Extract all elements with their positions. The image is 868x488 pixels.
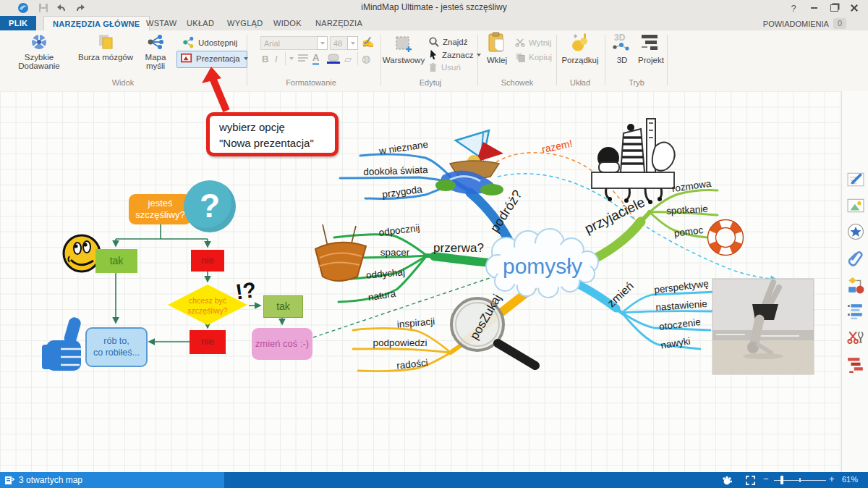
tutorial-callout[interactable]: wybierz opcję "Nowa prezentacja" xyxy=(206,112,339,156)
open-maps-segment[interactable]: 3 otwartych map xyxy=(0,472,224,488)
animals-on-bench-image[interactable] xyxy=(592,119,675,204)
image-icon[interactable] xyxy=(847,197,864,214)
flow-node-tak-2[interactable]: tak xyxy=(263,295,303,318)
font-family-caret[interactable] xyxy=(317,36,328,50)
tab-narzedzia-glowne[interactable]: NARZĘDZIA GŁÓWNE xyxy=(43,16,150,31)
restore-button[interactable] xyxy=(826,1,842,14)
open-maps-label: 3 otwartych map xyxy=(19,475,82,485)
shape-fill-icon xyxy=(327,54,340,62)
flow-node-q1[interactable]: jesteśszczęśliwy? xyxy=(129,194,192,224)
project-button[interactable]: Projekt xyxy=(637,32,665,64)
flow-node-rob-to[interactable]: rób to,co robiłeś... xyxy=(85,327,148,367)
font-size-caret[interactable] xyxy=(347,36,358,50)
central-topic-label[interactable]: pomysły xyxy=(503,254,582,279)
brainstorm-button[interactable]: Burza mózgów xyxy=(77,33,135,62)
star-icon[interactable] xyxy=(847,223,864,240)
tab-uklad[interactable]: UKŁAD xyxy=(178,16,223,30)
flow-node-q2-label[interactable]: chcesz byćszczęśliwy? xyxy=(169,294,246,317)
close-button[interactable] xyxy=(846,1,862,14)
select-button[interactable]: Zaznacz xyxy=(428,49,481,60)
aperture-icon xyxy=(30,33,48,51)
flow-node-nie-2[interactable]: nie xyxy=(190,330,226,354)
delete-button[interactable]: Usuń xyxy=(428,62,461,72)
group-label-formatowanie: Formatowanie xyxy=(275,78,347,87)
ribbon-tabs: PLIK NARZĘDZIA GŁÓWNE WSTAW UKŁAD WYGLĄD… xyxy=(0,16,868,30)
group-separator xyxy=(477,35,478,85)
paste-button[interactable]: Wklej xyxy=(482,32,512,64)
zoom-slider-midtick xyxy=(799,478,801,482)
minimize-button[interactable] xyxy=(806,1,822,14)
presentation-icon xyxy=(181,53,192,64)
paperclip-icon[interactable] xyxy=(847,249,864,266)
task-bars-icon[interactable] xyxy=(847,356,864,374)
flow-node-tak-1[interactable]: tak xyxy=(95,249,137,273)
copy-button[interactable]: Kopiuj xyxy=(515,52,552,62)
tab-narzedzia[interactable]: NARZĘDZIA xyxy=(307,16,371,30)
flowchart-connectors xyxy=(116,224,282,342)
arrange-button[interactable]: Porządkuj xyxy=(558,32,602,64)
smiley-image[interactable] xyxy=(64,235,100,272)
notifications[interactable]: POWIADOMIENIA 0 xyxy=(763,18,846,29)
mindmap-view-button[interactable]: Mapa myśli xyxy=(135,33,176,70)
zoom-in-button[interactable]: + xyxy=(829,474,835,484)
cut-button[interactable]: Wytnij xyxy=(515,38,551,47)
scissors-icon xyxy=(515,38,525,47)
highlight-button[interactable]: ▱ xyxy=(344,54,352,64)
find-button[interactable]: Znajdź xyxy=(428,36,468,47)
group-label-schowek: Schowek xyxy=(481,78,553,87)
outline-list-icon[interactable] xyxy=(847,303,864,320)
mini-separator xyxy=(357,52,358,65)
3d-button[interactable]: 3D 3D xyxy=(609,32,635,64)
mini-separator xyxy=(285,52,286,65)
boat-image[interactable] xyxy=(435,130,503,195)
flowchart-shapes-icon[interactable] xyxy=(847,277,864,294)
cursor-icon xyxy=(428,49,438,60)
subtopic-dookola-swiata[interactable]: dookoła świata xyxy=(363,164,428,177)
subtopic-spacer[interactable]: spacer xyxy=(380,247,410,258)
share-icon xyxy=(182,36,195,49)
tab-wyglad[interactable]: WYGLĄD xyxy=(218,16,271,30)
presentation-button[interactable]: Prezentacja xyxy=(181,53,248,64)
dropdown-caret-icon xyxy=(320,42,325,47)
font-color-button[interactable]: A xyxy=(312,52,319,65)
subtopic-podpowiedzi[interactable]: podpowiedzi xyxy=(373,337,427,348)
group-separator xyxy=(380,35,381,85)
quick-add-button[interactable]: Szybkie Dodawanie xyxy=(3,33,75,70)
headstand-photo[interactable] xyxy=(712,279,814,374)
branch-label-przerwa[interactable]: przerwa? xyxy=(433,241,484,256)
gantt-icon xyxy=(640,32,662,54)
help-button[interactable]: ? xyxy=(786,1,801,14)
note-edit-icon[interactable] xyxy=(847,171,864,188)
list-style-button[interactable] xyxy=(289,54,309,63)
zoom-out-button[interactable]: − xyxy=(763,474,769,484)
align-lines-icon xyxy=(297,54,309,63)
app-window: iMindMap Ultimate - jesteś szczęśliwy ? … xyxy=(0,0,868,488)
thumbs-up-image[interactable] xyxy=(42,316,82,371)
hammock-image[interactable] xyxy=(315,224,366,281)
share-button[interactable]: Udostępnij xyxy=(182,36,237,49)
fill-color-button[interactable] xyxy=(327,54,340,64)
italic-button[interactable]: I xyxy=(275,54,278,64)
restore-icon xyxy=(830,4,838,12)
map-canvas[interactable]: pomysły podróż? w nieznane dookoła świat… xyxy=(0,91,841,472)
flow-node-zmien-cos[interactable]: zmień coś :-) xyxy=(252,328,312,360)
zoom-slider-handle[interactable] xyxy=(780,476,783,484)
group-label-tryb: Tryb xyxy=(600,78,673,87)
dropdown-caret-icon xyxy=(351,42,355,47)
subtopic-spotkanie[interactable]: spotkanie xyxy=(666,203,709,216)
tab-plik[interactable]: PLIK xyxy=(0,16,36,30)
text-style-icon[interactable]: ✍ xyxy=(362,36,374,48)
question-mark-badge[interactable]: ? xyxy=(184,180,236,232)
flow-node-nie-1[interactable]: nie xyxy=(191,250,224,272)
lifebuoy-image[interactable] xyxy=(708,220,744,256)
snippet-scissors-icon[interactable] xyxy=(847,329,864,346)
right-sidebar xyxy=(841,91,868,472)
bold-button[interactable]: B xyxy=(262,54,268,64)
pan-tool-icon[interactable] xyxy=(722,475,733,486)
layered-select-button[interactable]: Warstwowy xyxy=(382,35,425,64)
font-family-select[interactable]: Arial xyxy=(260,36,321,50)
color-wheel-icon[interactable]: ◍ xyxy=(362,53,370,64)
tab-widok[interactable]: WIDOK xyxy=(265,16,310,30)
fit-screen-icon[interactable] xyxy=(745,475,756,486)
notifications-badge: 0 xyxy=(833,18,846,29)
